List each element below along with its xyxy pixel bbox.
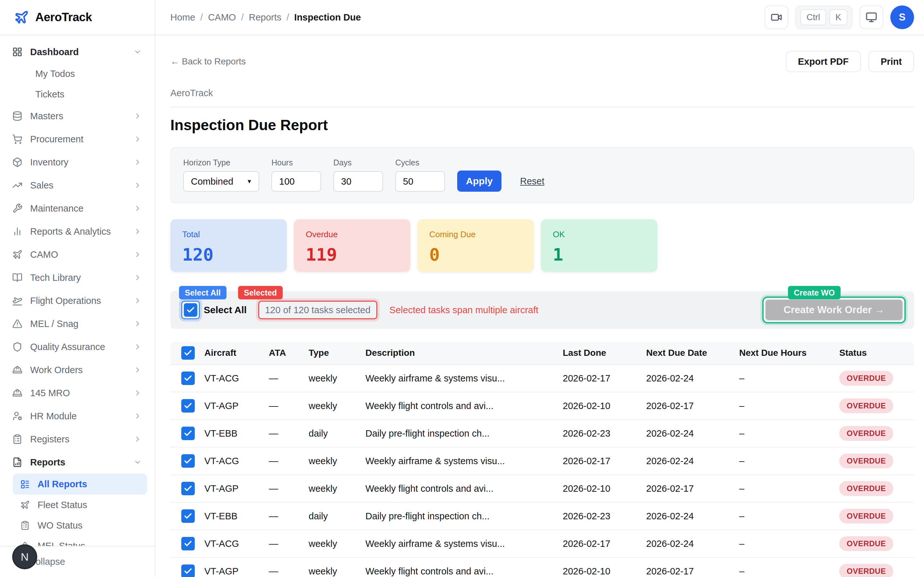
table-row: VT-AGP—weeklyWeekly flight controls and … <box>170 475 914 503</box>
sidebar-item-procurement[interactable]: Procurement <box>0 127 155 151</box>
table-row: VT-AGP—weeklyWeekly flight controls and … <box>170 392 914 420</box>
grid-icon <box>12 47 23 57</box>
summary-card-total: Total120 <box>170 219 287 272</box>
cycles-label: Cycles <box>395 158 445 167</box>
chevron-right-icon <box>134 389 142 397</box>
plane-icon <box>20 500 30 510</box>
sidebar-item-mel-snag[interactable]: MEL / Snag <box>0 312 155 335</box>
sidebar: AeroTrack DashboardMy TodosTicketsMaster… <box>0 0 155 577</box>
shield-icon <box>12 342 23 352</box>
filter-panel: Horizon Type Combined ▼ Hours Days Cycle… <box>170 147 914 203</box>
summary-card-overdue: Overdue119 <box>294 219 410 272</box>
sidebar-item-masters[interactable]: Masters <box>0 105 155 127</box>
column-header-description: Description <box>365 348 563 358</box>
back-to-reports-link[interactable]: ← Back to Reports <box>170 56 246 67</box>
chevron-right-icon <box>134 135 142 143</box>
multi-aircraft-warning: Selected tasks span multiple aircraft <box>389 305 538 316</box>
selected-annotation-badge: Selected <box>238 286 283 300</box>
chevron-down-icon <box>134 458 142 466</box>
reset-link[interactable]: Reset <box>520 176 544 187</box>
row-checkbox[interactable] <box>181 564 195 577</box>
hours-input[interactable] <box>271 171 321 192</box>
row-checkbox[interactable] <box>181 482 195 495</box>
horizon-type-select[interactable]: Combined ▼ <box>183 171 259 192</box>
chevron-right-icon <box>134 181 142 189</box>
floating-avatar[interactable]: N <box>12 544 37 569</box>
sidebar-item-registers[interactable]: Registers <box>0 428 155 451</box>
sidebar-item-tech-library[interactable]: Tech Library <box>0 266 155 289</box>
sidebar-item-flight-operations[interactable]: Flight Operations <box>0 289 155 312</box>
status-badge: OVERDUE <box>839 454 893 468</box>
row-checkbox[interactable] <box>181 346 195 359</box>
row-checkbox[interactable] <box>181 372 195 385</box>
status-badge: OVERDUE <box>839 426 893 441</box>
select-all-checkbox[interactable] <box>184 303 197 317</box>
table-row: VT-EBB—dailyDaily pre-flight inspection … <box>170 503 914 530</box>
column-header-next-due-date: Next Due Date <box>646 348 739 358</box>
breadcrumb-current: Inspection Due <box>294 12 361 23</box>
takeoff-icon <box>12 295 23 306</box>
sidebar-item-inventory[interactable]: Inventory <box>0 151 155 174</box>
chevron-right-icon <box>134 297 142 305</box>
sidebar-item-fleet-status[interactable]: Fleet Status <box>0 495 155 515</box>
row-checkbox[interactable] <box>181 454 195 468</box>
status-badge: OVERDUE <box>839 481 893 496</box>
sidebar-item-all-reports[interactable]: All Reports <box>13 474 147 495</box>
breadcrumb-item[interactable]: CAMO <box>208 12 236 23</box>
sidebar-item-camo[interactable]: CAMO <box>0 243 155 266</box>
chevron-right-icon <box>134 343 142 351</box>
sidebar-item-reports[interactable]: Reports <box>0 451 155 474</box>
cycles-input[interactable] <box>395 171 445 192</box>
row-checkbox[interactable] <box>181 509 195 523</box>
sidebar-item-my-todos[interactable]: My Todos <box>0 63 155 84</box>
alert-icon <box>12 319 23 329</box>
create-work-order-button[interactable]: Create Work Order → <box>766 300 903 320</box>
video-button[interactable] <box>764 5 788 29</box>
user-avatar[interactable]: S <box>890 5 914 29</box>
table-row: VT-ACG—weeklyWeekly airframe & systems v… <box>170 530 914 558</box>
chevron-right-icon <box>134 227 142 235</box>
report-subtitle: AeroTrack <box>170 88 914 107</box>
hours-label: Hours <box>271 158 321 167</box>
sidebar-item-reports-analytics[interactable]: Reports & Analytics <box>0 220 155 243</box>
sidebar-item-maintenance[interactable]: Maintenance <box>0 197 155 220</box>
table-row: VT-AGP—weeklyWeekly flight controls and … <box>170 558 914 577</box>
select-all-annotation-badge: Select All <box>179 286 226 300</box>
layoutlist-icon <box>20 480 30 489</box>
summary-cards: Total120Overdue119Coming Due0OK1 <box>170 219 914 272</box>
table-row: VT-EBB—dailyDaily pre-flight inspection … <box>170 420 914 448</box>
sidebar-item-dashboard[interactable]: Dashboard <box>0 40 155 63</box>
print-button[interactable]: Print <box>869 51 914 72</box>
ctrl-key: Ctrl <box>800 9 826 25</box>
select-all-highlight-ring <box>181 301 200 319</box>
column-header-type: Type <box>309 348 365 358</box>
sidebar-item-tickets[interactable]: Tickets <box>0 84 155 105</box>
topbar: Home/CAMO/Reports/Inspection Due Ctrl K … <box>155 0 924 35</box>
row-checkbox[interactable] <box>181 399 195 413</box>
plane-logo-icon <box>14 10 29 25</box>
content: ← Back to Reports Export PDF Print AeroT… <box>155 35 924 577</box>
row-checkbox[interactable] <box>181 427 195 440</box>
export-pdf-button[interactable]: Export PDF <box>786 51 861 72</box>
chevron-right-icon <box>134 204 142 213</box>
sidebar-item-hr-module[interactable]: HR Module <box>0 405 155 428</box>
days-input[interactable] <box>333 171 383 192</box>
command-shortcut[interactable]: Ctrl K <box>795 5 853 29</box>
horizon-type-value: Combined <box>191 176 233 187</box>
brand[interactable]: AeroTrack <box>0 0 155 35</box>
status-badge: OVERDUE <box>839 398 893 413</box>
breadcrumb-separator: / <box>241 12 244 23</box>
breadcrumb-item[interactable]: Home <box>170 12 195 23</box>
sidebar-item-work-orders[interactable]: Work Orders <box>0 358 155 382</box>
sidebar-item-145-mro[interactable]: 145 MRO <box>0 382 155 405</box>
sidebar-item-quality-assurance[interactable]: Quality Assurance <box>0 335 155 358</box>
status-badge: OVERDUE <box>839 509 893 524</box>
breadcrumb-item[interactable]: Reports <box>249 12 281 23</box>
sidebar-item-sales[interactable]: Sales <box>0 174 155 197</box>
chevron-down-icon: ▼ <box>246 178 252 185</box>
monitor-button[interactable] <box>859 5 883 29</box>
topbar-actions: Ctrl K S <box>764 5 914 29</box>
apply-button[interactable]: Apply <box>457 171 501 192</box>
sidebar-item-wo-status[interactable]: WO Status <box>0 515 155 536</box>
row-checkbox[interactable] <box>181 537 195 550</box>
